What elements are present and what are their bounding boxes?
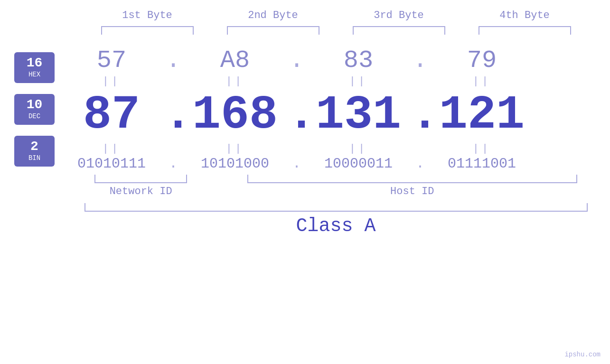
top-brackets <box>84 26 588 35</box>
dec-number: 10 <box>27 98 43 112</box>
hex-byte-1: 57 <box>59 47 164 75</box>
badges-column: 16 HEX 10 DEC 2 BIN <box>14 42 55 172</box>
bin-val-3: 10000011 <box>324 156 393 172</box>
equals-1-3: || <box>349 75 367 87</box>
all-rows: 16 HEX 10 DEC 2 BIN 57 . <box>0 42 610 172</box>
equals-row-1: || || || || <box>59 75 563 87</box>
dec-byte-1: 87 <box>59 92 164 139</box>
hex-row: 57 . A8 . 83 . 79 <box>59 47 563 75</box>
eq2-byte-4: || <box>430 143 534 155</box>
network-id-label: Network ID <box>94 186 187 197</box>
equals-2-2: || <box>226 143 244 155</box>
bin-val-2: 10101000 <box>201 156 269 172</box>
bin-name: BIN <box>28 154 40 162</box>
dec-val-2: 168 <box>192 88 278 142</box>
byte-1-header: 1st Byte <box>95 9 199 21</box>
equals-2-3: || <box>349 143 367 155</box>
hex-name: HEX <box>28 71 40 79</box>
host-bracket <box>247 175 577 183</box>
hex-dot-3: . <box>411 47 430 75</box>
equals-2-1: || <box>103 143 121 155</box>
hex-dot-1: . <box>164 47 183 75</box>
bin-dot-1: . <box>164 156 183 172</box>
dec-byte-2: 168 <box>183 92 287 139</box>
eq1-byte-3: || <box>306 75 411 87</box>
eq2-byte-2: || <box>183 143 287 155</box>
hex-val-4: 79 <box>467 47 497 75</box>
network-bracket <box>94 175 187 183</box>
bin-badge: 2 BIN <box>14 136 55 167</box>
bin-byte-1: 01010111 <box>59 156 164 172</box>
hex-badge: 16 HEX <box>14 52 55 83</box>
dec-badge: 10 DEC <box>14 94 55 125</box>
hex-byte-3: 83 <box>306 47 411 75</box>
dec-dot-3: . <box>411 88 430 142</box>
equals-2-4: || <box>473 143 491 155</box>
top-bracket-3 <box>353 26 445 35</box>
dec-val-1: 87 <box>83 88 140 142</box>
equals-row-2: || || || || <box>59 143 563 155</box>
bin-byte-2: 10101000 <box>183 156 287 172</box>
dec-val-3: 131 <box>316 88 401 142</box>
bin-dot-icon-2: . <box>292 156 301 172</box>
hex-dot-icon-2: . <box>289 47 304 75</box>
bin-number: 2 <box>30 140 38 153</box>
bin-dot-3: . <box>411 156 430 172</box>
bottom-brackets-row <box>84 175 588 183</box>
eq1-byte-1: || <box>59 75 164 87</box>
hex-dot-icon-3: . <box>413 47 427 75</box>
bin-val-4: 01111001 <box>448 156 516 172</box>
hex-number: 16 <box>27 56 43 70</box>
eq1-byte-2: || <box>183 75 287 87</box>
top-bracket-2 <box>227 26 319 35</box>
bin-dot-icon-3: . <box>416 156 424 172</box>
class-bracket-wrapper <box>84 203 588 212</box>
bin-byte-4: 01111001 <box>430 156 534 172</box>
dec-byte-4: 121 <box>430 92 534 139</box>
eq1-byte-4: || <box>430 75 534 87</box>
host-id-label: Host ID <box>247 186 577 197</box>
dec-val-4: 121 <box>439 88 525 142</box>
equals-1-1: || <box>103 75 121 87</box>
values-column: 57 . A8 . 83 . 79 <box>59 42 610 172</box>
hex-byte-4: 79 <box>430 47 534 75</box>
hex-dot-2: . <box>287 47 306 75</box>
id-labels: Network ID Host ID <box>84 186 588 197</box>
hex-val-1: 57 <box>97 47 126 75</box>
byte-3-header: 3rd Byte <box>347 9 451 21</box>
dec-dot-1: . <box>164 88 183 142</box>
top-bracket-4 <box>479 26 571 35</box>
eq2-byte-3: || <box>306 143 411 155</box>
main-container: 1st Byte 2nd Byte 3rd Byte 4th Byte 16 H… <box>0 0 610 364</box>
id-spacer <box>207 186 226 197</box>
bin-dot-icon-1: . <box>169 156 178 172</box>
byte-headers-row: 1st Byte 2nd Byte 3rd Byte 4th Byte <box>84 9 588 21</box>
watermark: ipshu.com <box>564 351 601 358</box>
bin-byte-3: 10000011 <box>306 156 411 172</box>
dec-dot-2: . <box>287 88 306 142</box>
class-label: Class A <box>84 215 588 237</box>
hex-val-2: A8 <box>220 47 250 75</box>
bin-val-1: 01010111 <box>77 156 146 172</box>
eq2-byte-1: || <box>59 143 164 155</box>
bin-row: 01010111 . 10101000 . 10000011 . <box>59 156 563 172</box>
class-bracket <box>84 203 588 212</box>
equals-1-2: || <box>226 75 244 87</box>
top-bracket-1 <box>101 26 194 35</box>
dec-byte-3: 131 <box>306 92 411 139</box>
hex-val-3: 83 <box>344 47 373 75</box>
byte-2-header: 2nd Byte <box>221 9 325 21</box>
hex-byte-2: A8 <box>183 47 287 75</box>
equals-1-4: || <box>473 75 491 87</box>
hex-dot-icon-1: . <box>166 47 180 75</box>
dec-row: 87 . 168 . 131 . 121 <box>59 88 563 142</box>
byte-4-header: 4th Byte <box>472 9 577 21</box>
dec-name: DEC <box>28 112 40 121</box>
bin-dot-2: . <box>287 156 306 172</box>
